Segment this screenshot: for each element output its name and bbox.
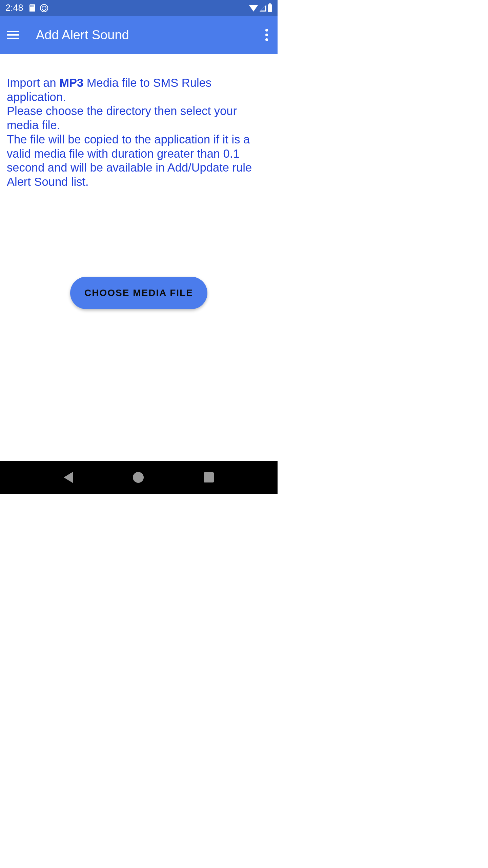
battery-icon <box>268 4 272 12</box>
nav-home-icon[interactable] <box>133 472 144 483</box>
navigation-bar <box>0 461 278 494</box>
signal-icon <box>260 5 266 12</box>
more-options-icon[interactable] <box>263 26 271 44</box>
description-bold: MP3 <box>59 76 83 89</box>
sd-card-icon <box>29 4 35 12</box>
choose-media-file-button[interactable]: CHOOSE MEDIA FILE <box>70 277 207 309</box>
description-text: Import an MP3 Media file to SMS Rules ap… <box>7 76 271 189</box>
status-time: 2:48 <box>5 3 23 13</box>
page-title: Add Alert Sound <box>36 28 246 42</box>
wifi-icon <box>249 5 258 12</box>
status-right <box>249 4 272 12</box>
nav-back-icon[interactable] <box>64 472 73 483</box>
nav-recent-icon[interactable] <box>204 472 214 482</box>
description-line2: Please choose the directory then select … <box>7 104 237 132</box>
status-left: 2:48 <box>5 3 48 13</box>
description-part1: Import an <box>7 76 59 89</box>
button-container: CHOOSE MEDIA FILE <box>7 277 271 309</box>
app-bar: Add Alert Sound <box>0 16 278 54</box>
content-area: Import an MP3 Media file to SMS Rules ap… <box>0 54 278 309</box>
description-line3: The file will be copied to the applicati… <box>7 133 252 188</box>
status-icons-left <box>29 4 48 12</box>
hamburger-menu-icon[interactable] <box>7 31 19 39</box>
status-bar: 2:48 <box>0 0 278 16</box>
do-not-disturb-icon <box>40 4 48 12</box>
